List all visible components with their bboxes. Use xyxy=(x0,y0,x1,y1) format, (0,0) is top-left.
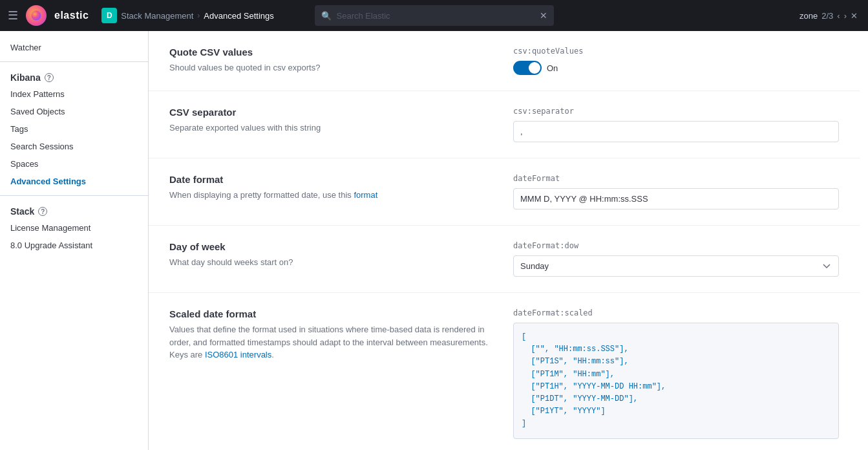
date-format-desc-before: When displaying a pretty formatted date,… xyxy=(169,190,354,200)
setting-left-csv-sep: CSV separator Separate exported values w… xyxy=(169,107,492,142)
sidebar-section-kibana: Kibana ? xyxy=(0,67,148,85)
setting-right-scaled: dateFormat:scaled [ ["", "HH:mm:ss.SSS"]… xyxy=(513,308,839,439)
search-input[interactable] xyxy=(337,11,535,21)
setting-day-of-week: Day of week What day should weeks start … xyxy=(149,226,860,293)
zone-result-count: 2/3 xyxy=(821,11,833,21)
setting-right-csv-sep: csv:separator xyxy=(513,107,839,142)
setting-date-format: Date format When displaying a pretty for… xyxy=(149,158,860,226)
sidebar-item-watcher[interactable]: Watcher xyxy=(0,39,148,56)
zone-next-arrow[interactable]: › xyxy=(844,11,847,21)
date-format-link[interactable]: format xyxy=(354,190,377,200)
setting-left-quote-csv: Quote CSV values Should values be quoted… xyxy=(169,47,492,75)
breadcrumb-stack[interactable]: Stack Management xyxy=(121,11,193,21)
sidebar-item-tags[interactable]: Tags xyxy=(0,120,148,138)
header-left: ☰ elastic D Stack Management › Advanced … xyxy=(0,5,274,26)
scaled-code-block: [ ["", "HH:mm:ss.SSS"], ["PT1S", "HH:mm:… xyxy=(513,323,839,439)
elastic-logo xyxy=(26,5,47,26)
scaled-link[interactable]: ISO8601 intervals xyxy=(205,350,271,359)
setting-title-date-format: Date format xyxy=(169,174,492,185)
setting-left-scaled: Scaled date format Values that define th… xyxy=(169,308,492,439)
dow-select[interactable]: Sunday Monday Tuesday Wednesday Thursday… xyxy=(513,255,839,277)
setting-right-quote-csv: csv:quoteValues On xyxy=(513,47,839,75)
setting-key-dow: dateFormat:dow xyxy=(513,241,839,250)
kibana-help-icon[interactable]: ? xyxy=(45,73,54,82)
zone-close-icon[interactable]: ✕ xyxy=(851,11,858,21)
setting-key-quote-csv: csv:quoteValues xyxy=(513,47,839,56)
search-icon: 🔍 xyxy=(321,11,332,21)
setting-left-date-format: Date format When displaying a pretty for… xyxy=(169,174,492,209)
hamburger-icon[interactable]: ☰ xyxy=(8,8,18,23)
setting-title-quote-csv: Quote CSV values xyxy=(169,47,492,58)
main-container: Watcher Kibana ? Index Patterns Saved Ob… xyxy=(0,31,868,450)
toggle-container-quote-csv: On xyxy=(513,61,839,75)
settings-container: Quote CSV values Should values be quoted… xyxy=(149,31,860,450)
date-format-input[interactable] xyxy=(513,188,839,209)
user-avatar: D xyxy=(101,8,117,23)
sidebar-item-search-sessions[interactable]: Search Sessions xyxy=(0,138,148,155)
sidebar-divider xyxy=(0,61,148,62)
sidebar-section-stack: Stack ? xyxy=(0,201,148,219)
setting-desc-csv-sep: Separate exported values with this strin… xyxy=(169,122,492,134)
setting-left-dow: Day of week What day should weeks start … xyxy=(169,241,492,277)
setting-desc-dow: What day should weeks start on? xyxy=(169,256,492,269)
csv-separator-input[interactable] xyxy=(513,121,839,142)
setting-title-scaled: Scaled date format xyxy=(169,308,492,319)
setting-right-date-format: dateFormat xyxy=(513,174,839,209)
setting-scaled-date: Scaled date format Values that define th… xyxy=(149,293,860,450)
search-close-icon[interactable]: ✕ xyxy=(540,10,547,21)
setting-key-date-format: dateFormat xyxy=(513,174,839,183)
sidebar-item-saved-objects[interactable]: Saved Objects xyxy=(0,103,148,120)
breadcrumb-active: Advanced Settings xyxy=(204,11,273,21)
zone-result-text: zone xyxy=(799,11,818,21)
content-area: Quote CSV values Should values be quoted… xyxy=(149,31,868,450)
sidebar-divider-2 xyxy=(0,195,148,196)
elastic-wordmark: elastic xyxy=(54,10,89,21)
stack-section-label: Stack xyxy=(10,206,34,217)
setting-title-dow: Day of week xyxy=(169,241,492,252)
setting-right-dow: dateFormat:dow Sunday Monday Tuesday Wed… xyxy=(513,241,839,277)
setting-title-csv-sep: CSV separator xyxy=(169,107,492,118)
setting-desc-scaled: Values that define the format used in si… xyxy=(169,323,492,361)
setting-key-csv-sep: csv:separator xyxy=(513,107,839,116)
scaled-desc-after: . xyxy=(271,350,274,359)
sidebar-item-index-patterns[interactable]: Index Patterns xyxy=(0,85,148,103)
zone-search-result: zone 2/3 ‹ › ✕ xyxy=(799,11,868,21)
zone-prev-arrow[interactable]: ‹ xyxy=(837,11,840,21)
setting-desc-quote-csv: Should values be quoted in csv exports? xyxy=(169,61,492,74)
stack-help-icon[interactable]: ? xyxy=(38,207,47,216)
search-bar[interactable]: 🔍 ✕ xyxy=(315,5,554,26)
sidebar-item-advanced-settings[interactable]: Advanced Settings xyxy=(0,173,148,190)
sidebar-item-upgrade[interactable]: 8.0 Upgrade Assistant xyxy=(0,237,148,254)
toggle-quote-csv[interactable] xyxy=(513,61,542,75)
header-bar: ☰ elastic D Stack Management › Advanced … xyxy=(0,0,868,31)
sidebar: Watcher Kibana ? Index Patterns Saved Ob… xyxy=(0,31,149,450)
svg-point-0 xyxy=(32,11,41,21)
setting-csv-separator: CSV separator Separate exported values w… xyxy=(149,91,860,158)
setting-key-scaled: dateFormat:scaled xyxy=(513,308,839,317)
kibana-section-label: Kibana xyxy=(10,72,41,83)
breadcrumb: D Stack Management › Advanced Settings xyxy=(101,8,273,23)
setting-desc-date-format: When displaying a pretty formatted date,… xyxy=(169,189,492,202)
sidebar-item-spaces[interactable]: Spaces xyxy=(0,155,148,173)
toggle-label-quote-csv: On xyxy=(547,63,558,73)
breadcrumb-separator: › xyxy=(197,11,200,20)
sidebar-item-license[interactable]: License Management xyxy=(0,219,148,237)
setting-quote-csv: Quote CSV values Should values be quoted… xyxy=(149,31,860,91)
